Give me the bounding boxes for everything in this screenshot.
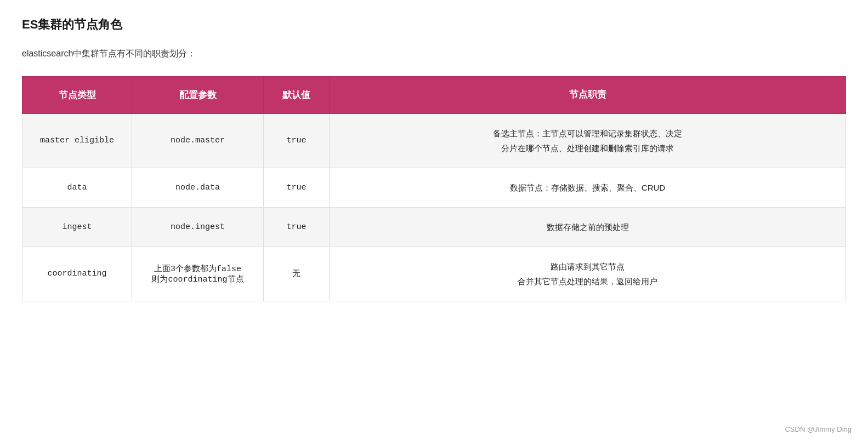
cell-node-type: master eligible <box>22 113 132 168</box>
cell-default-value: true <box>264 207 330 247</box>
cell-node-type: coordinating <box>22 247 132 301</box>
node-roles-table: 节点类型 配置参数 默认值 节点职责 master eligiblenode.m… <box>22 76 846 301</box>
cell-node-type: data <box>22 168 132 207</box>
subtitle: elasticsearch中集群节点有不同的职责划分： <box>22 48 846 60</box>
header-node-type: 节点类型 <box>22 77 132 114</box>
cell-config-param: node.data <box>132 168 264 207</box>
cell-default-value: 无 <box>264 247 330 301</box>
page-title: ES集群的节点角色 <box>22 16 846 33</box>
cell-default-value: true <box>264 168 330 207</box>
table-row: ingestnode.ingesttrue数据存储之前的预处理 <box>22 207 846 247</box>
header-config-param: 配置参数 <box>132 77 264 114</box>
cell-node-duty: 数据存储之前的预处理 <box>330 207 846 247</box>
header-default-value: 默认值 <box>264 77 330 114</box>
header-node-duty: 节点职责 <box>330 77 846 114</box>
footer-credit: CSDN @Jimmy Ding <box>785 425 852 433</box>
table-row: master eligiblenode.mastertrue备选主节点：主节点可… <box>22 113 846 168</box>
cell-config-param: node.master <box>132 113 264 168</box>
cell-node-duty: 备选主节点：主节点可以管理和记录集群状态、决定分片在哪个节点、处理创建和删除索引… <box>330 113 846 168</box>
table-header-row: 节点类型 配置参数 默认值 节点职责 <box>22 77 846 114</box>
table-row: datanode.datatrue数据节点：存储数据、搜索、聚合、CRUD <box>22 168 846 207</box>
cell-node-duty: 数据节点：存储数据、搜索、聚合、CRUD <box>330 168 846 207</box>
cell-config-param: node.ingest <box>132 207 264 247</box>
cell-node-duty: 路由请求到其它节点合并其它节点处理的结果，返回给用户 <box>330 247 846 301</box>
cell-node-type: ingest <box>22 207 132 247</box>
table-row: coordinating上面3个参数都为false则为coordinating节… <box>22 247 846 301</box>
cell-config-param: 上面3个参数都为false则为coordinating节点 <box>132 247 264 301</box>
cell-default-value: true <box>264 113 330 168</box>
